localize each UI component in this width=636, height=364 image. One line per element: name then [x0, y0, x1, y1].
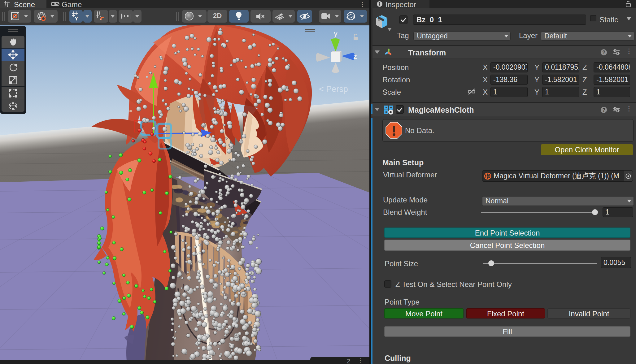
svg-text:Y: Y [75, 16, 78, 21]
svg-text:?: ? [602, 50, 605, 55]
svg-text:y: y [334, 29, 338, 37]
svg-text:z: z [353, 52, 357, 60]
svg-text:< Persp: < Persp [319, 84, 348, 94]
svg-text:?: ? [602, 107, 605, 113]
